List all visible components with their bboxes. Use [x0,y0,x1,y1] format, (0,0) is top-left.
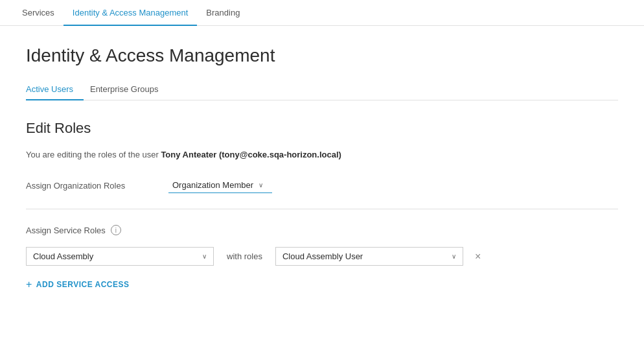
sub-tabs: Active Users Enterprise Groups [26,79,618,100]
add-service-label: ADD SERVICE ACCESS [36,280,130,289]
service-chevron-icon: ∨ [202,253,207,260]
edit-description: You are editing the roles of the user To… [26,150,618,159]
main-content: Identity & Access Management Active User… [0,26,644,361]
section-divider [26,209,618,209]
service-row: Cloud Assembly ∨ with roles Cloud Assemb… [26,247,618,266]
remove-service-button[interactable]: × [472,248,483,265]
tab-enterprise-groups[interactable]: Enterprise Groups [90,79,169,100]
nav-item-branding[interactable]: Branding [197,1,249,26]
role-chevron-icon: ∨ [452,253,456,260]
top-nav: Services Identity & Access Management Br… [0,0,644,26]
plus-icon: + [26,279,32,290]
nav-item-services[interactable]: Services [13,1,63,26]
service-roles-label: Assign Service Roles [26,226,106,235]
service-name-dropdown[interactable]: Cloud Assembly ∨ [26,247,214,266]
page-title: Identity & Access Management [26,45,618,66]
role-value-dropdown[interactable]: Cloud Assembly User ∨ [275,247,463,266]
role-value: Cloud Assembly User [282,251,363,261]
service-roles-header: Assign Service Roles i [26,225,618,235]
nav-item-iam[interactable]: Identity & Access Management [63,1,197,26]
assign-org-label: Assign Organization Roles [26,181,168,191]
description-prefix: You are editing the roles of the user [26,150,161,159]
tab-active-users[interactable]: Active Users [26,79,84,100]
add-service-access-button[interactable]: + ADD SERVICE ACCESS [26,279,618,290]
edit-roles-title: Edit Roles [26,120,618,137]
service-name-value: Cloud Assembly [33,251,93,261]
edit-roles-section: Edit Roles You are editing the roles of … [26,120,618,290]
org-role-dropdown[interactable]: Organization Member ∨ [168,178,272,193]
with-roles-text: with roles [227,251,262,261]
info-icon[interactable]: i [111,225,121,235]
user-name: Tony Anteater (tony@coke.sqa-horizon.loc… [161,150,341,159]
assign-org-roles-row: Assign Organization Roles Organization M… [26,178,618,193]
org-role-value: Organization Member [172,180,253,190]
chevron-down-icon: ∨ [259,181,263,189]
